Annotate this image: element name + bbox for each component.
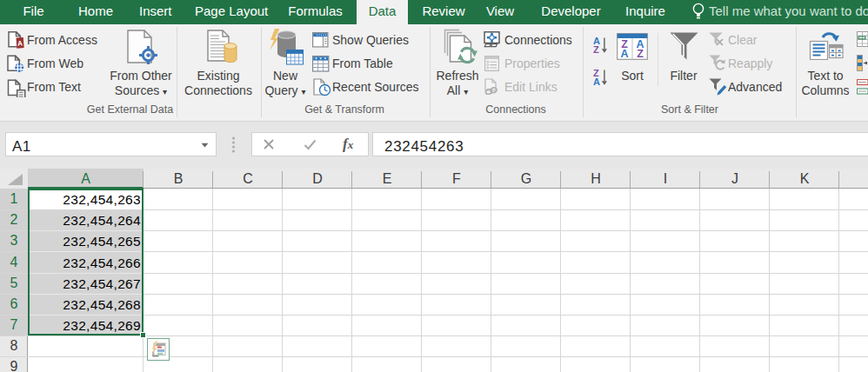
svg-text:Z: Z <box>637 48 644 60</box>
svg-text:Z: Z <box>593 44 599 54</box>
svg-text:A: A <box>620 48 628 60</box>
svg-text:A: A <box>17 39 23 47</box>
